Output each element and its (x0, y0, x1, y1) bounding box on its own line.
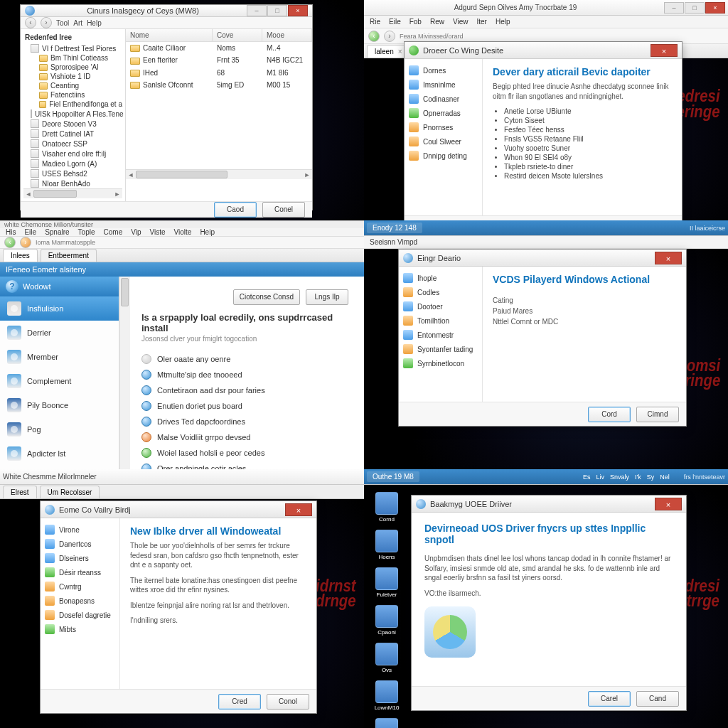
close-button[interactable]: × (651, 44, 678, 57)
menu-item[interactable]: Rew (430, 18, 444, 26)
close-button[interactable]: × (288, 5, 308, 16)
back-button[interactable]: ‹ (25, 17, 36, 28)
menu-item[interactable]: Tople (78, 228, 95, 236)
sidebar-item[interactable]: Dosefel dagretie (43, 608, 117, 622)
sidebar-item[interactable]: Pnornses (407, 120, 479, 134)
folder-tree[interactable]: Redenfed Iree VI f Dettrest Tesl PioresB… (21, 29, 126, 201)
tree-item[interactable]: Fiel Enthendifonga et a (23, 100, 122, 109)
tree-item[interactable]: Deore Stooen V3 (23, 119, 122, 129)
window-titlebar[interactable]: Cinurs Inalsgecy of Ceys (MW8) – □ × (21, 5, 312, 17)
desktop-icon[interactable]: Fuletver (368, 567, 405, 598)
sidebar-item[interactable]: Dootoer (402, 299, 479, 314)
forward-button[interactable]: › (41, 17, 52, 28)
sidebar-scrollbar[interactable] (119, 277, 130, 469)
option-item[interactable]: Malse Voidliit grrpo devsed (141, 429, 353, 445)
minimize-button[interactable]: – (664, 2, 684, 14)
desktop-icon[interactable]: Pnatt Seullng (368, 718, 405, 728)
menu-item[interactable]: Violte (174, 228, 192, 236)
dialog-sidebar[interactable]: VironeDanertcosDlseinersDésir rteanssCwn… (41, 518, 120, 689)
menu-item[interactable]: Come (104, 228, 123, 236)
tree-item[interactable]: Vishiote 1 ID (23, 72, 122, 81)
tree-item[interactable]: Onatoecr SSP (23, 139, 122, 149)
list-row[interactable]: Een fteriterFrnt 35N4B IGC21 (126, 54, 312, 66)
option-item[interactable]: Oler oaate any oenre (141, 351, 353, 367)
sidebar-item[interactable]: Codinasner (407, 92, 479, 106)
sidebar-item[interactable]: Dnnipg deting (407, 149, 479, 163)
dialog-titlebar[interactable]: Droeer Co Wing Desite × (405, 42, 682, 59)
menu-item[interactable]: Nel (660, 473, 670, 481)
desktop-icon[interactable]: LownM10 (368, 680, 405, 711)
maximize-button[interactable]: □ (685, 2, 705, 14)
tree-item[interactable]: Sprorosipee 'Al (23, 63, 122, 72)
dialog-titlebar[interactable]: Eome Co Vailry Birdj × (41, 501, 316, 518)
tree-item[interactable]: VI f Dettrest Tesl Piores (23, 43, 122, 53)
sidebar-item[interactable]: Dornes (407, 63, 479, 77)
forward-button[interactable]: › (20, 237, 31, 248)
category-item[interactable]: Pog (0, 417, 119, 441)
menubar[interactable]: EsLivSnvalyI'kSyNel (583, 473, 670, 481)
menubar[interactable]: Seeisnn Vimpd (364, 236, 728, 249)
tab[interactable]: Elrest (3, 486, 37, 498)
tab[interactable]: Entbeerment (41, 249, 97, 262)
tree-item[interactable]: USES Behsd2 (23, 168, 122, 178)
option-item[interactable]: Contetiraon aad dsr pour faries (141, 382, 353, 398)
col-name[interactable]: Nome (126, 29, 213, 41)
cancel-button[interactable]: Cimnd (636, 407, 679, 422)
tree-item[interactable]: Drett Catinel IAT (23, 129, 122, 139)
col-mooe[interactable]: Mooe (262, 29, 312, 41)
menu-item[interactable]: Eile (24, 228, 36, 236)
sidebar-item[interactable]: Tomilhtion (402, 314, 479, 328)
list-row[interactable]: Sanlsle Ofconnt5img EDM00 15 (126, 79, 312, 91)
list-hscroll[interactable]: ◄► (126, 169, 312, 179)
tree-item[interactable]: Visaher end olre ff:ilj (23, 149, 122, 159)
ok-button[interactable]: Cred (218, 694, 261, 710)
category-item[interactable]: Complement (0, 369, 119, 393)
menu-item[interactable]: Help (496, 18, 510, 26)
tree-item[interactable]: Fatenctiins (23, 90, 122, 100)
sidebar-item[interactable]: Bonapesns (43, 594, 117, 608)
tabbar[interactable]: Inlees Entbeerment (0, 249, 364, 262)
tab[interactable]: Inlees (3, 249, 38, 262)
menu-item[interactable]: Iter (476, 18, 486, 26)
app-titlebar[interactable]: Enody 12 148 II laaiceicrse (364, 220, 728, 236)
sidebar-item[interactable]: Danertcos (43, 537, 117, 551)
sidebar-item[interactable]: Opnerradas (407, 106, 479, 120)
option-item[interactable]: Woiel lased holsli e peor cedes (141, 445, 353, 461)
menu-item[interactable]: Fob (410, 18, 422, 26)
menu-item[interactable]: View (453, 18, 469, 26)
file-list[interactable]: Nome Cove Mooe Caaite CiliaorNomsM..4Een… (126, 29, 312, 201)
tree-item[interactable]: Nloar BenhAdo (23, 178, 122, 188)
cancel-button[interactable]: Cand (636, 691, 679, 707)
back-button[interactable]: ‹ (368, 31, 380, 42)
menu-art[interactable]: Art (73, 19, 82, 27)
option-item[interactable]: Mtmulte'sip dee tnooeed (141, 367, 353, 382)
menu-item[interactable]: Liv (596, 473, 604, 481)
category-item[interactable]: Derrier (0, 321, 119, 345)
menu-item[interactable]: Seeisnn Vimpd (370, 238, 417, 246)
cancel-button[interactable]: Conol (267, 694, 309, 710)
sidebar-item[interactable]: Imsninlme (407, 77, 479, 92)
list-row[interactable]: IHed68M1 8I6 (126, 67, 312, 79)
desktop-icon[interactable]: Ovs (368, 643, 405, 673)
menu-item[interactable]: Eile (389, 18, 401, 26)
sidebar-item[interactable]: Cwntrg (43, 579, 117, 594)
sidebar-item[interactable]: Dlseiners (43, 551, 117, 565)
category-item[interactable]: Mrember (0, 345, 119, 369)
col-cove[interactable]: Cove (213, 29, 262, 41)
category-sidebar[interactable]: ? Wodowt InsfiulisionDerrierMremberCompl… (0, 277, 119, 469)
tab[interactable]: Um Recolsser (40, 486, 100, 498)
menubar[interactable]: Rie Eile Fob Rew View Iter Help (364, 16, 728, 28)
menu-tool[interactable]: Tool (56, 19, 69, 27)
ok-button[interactable]: Cord (588, 407, 631, 422)
category-item[interactable]: Pily Boonce (0, 393, 119, 417)
option-item[interactable]: Orer andningle cotir acles (141, 461, 353, 469)
minimize-button[interactable]: – (247, 5, 267, 16)
menu-item[interactable]: Vip (131, 228, 141, 236)
desktop-icon[interactable]: Cpaonl (368, 605, 405, 636)
tabbar[interactable]: Elrest Um Recolsser (0, 485, 364, 499)
sidebar-item[interactable]: Codles (402, 285, 479, 299)
action-button[interactable]: Ciotconse Consd (233, 289, 300, 305)
sidebar-item[interactable]: Syrnbinetlocon (402, 356, 479, 370)
dialog-titlebar[interactable]: Baakmyg UOEE Driiver × (412, 496, 686, 513)
back-button[interactable]: ‹ (4, 237, 16, 248)
